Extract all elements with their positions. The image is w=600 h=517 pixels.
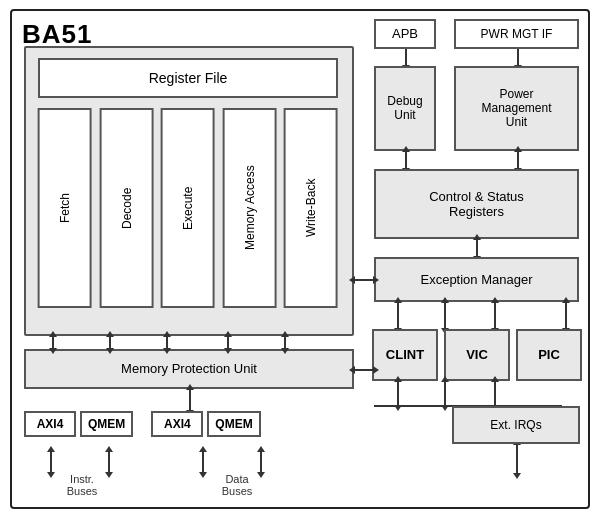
mpu-label: Memory Protection Unit [121,361,257,376]
arrow-instr-bus1 [50,451,52,473]
arrow-pmunit-csr [517,151,519,169]
clint-label: CLINT [386,347,424,362]
arrow-debug-csr [405,151,407,169]
pwr-mgt-if-box: PWR MGT IF [454,19,579,49]
ext-irqs-label: Ext. IRQs [490,418,541,432]
arrow-decode-mpu [109,336,111,349]
bus-qmem-data-label: QMEM [215,417,252,431]
arrow-instr-bus2 [108,451,110,473]
bus-qmem-instr: QMEM [80,411,133,437]
bus-qmem-instr-label: QMEM [88,417,125,431]
csr-box: Control & StatusRegisters [374,169,579,239]
ext-irqs-box: Ext. IRQs [452,406,580,444]
arrow-writeback-mpu [284,336,286,349]
arrow-memaccess-mpu [227,336,229,349]
csr-label: Control & StatusRegisters [429,189,524,219]
arrow-pipeline-right [354,279,374,281]
bus-axi4-instr: AXI4 [24,411,76,437]
pipeline-box: Register File Fetch Decode Execute Memor… [24,46,354,336]
main-diagram: BA51 Register File Fetch Decode Execute … [10,9,590,509]
data-buses-label: DataBuses [197,473,277,497]
arrow-pwr-pmunit [517,49,519,66]
pwr-mgt-if-label: PWR MGT IF [481,27,553,41]
arrow-csr-exc [476,239,478,257]
register-file-label: Register File [149,70,228,86]
bus-axi4-data-label: AXI4 [164,417,191,431]
stage-memory-access-label: Memory Access [243,165,257,250]
arrow-clint-exc [397,302,399,329]
arrow-vic-exc [444,302,446,329]
arrow-apb-debug [405,49,407,66]
arrow-mpu-bus [189,389,191,411]
mpu-box: Memory Protection Unit [24,349,354,389]
arrow-data-bus1 [202,451,204,473]
instr-buses-label: Instr.Buses [42,473,122,497]
arrow-extirqs-down [516,444,518,474]
power-mgmt-box: PowerManagementUnit [454,66,579,151]
stage-memory-access: Memory Access [223,108,277,308]
vic-label: VIC [466,347,488,362]
stage-write-back-label: Write-Back [304,178,318,236]
bus-qmem-data: QMEM [207,411,260,437]
apb-box: APB [374,19,436,49]
arrow-execute-mpu [166,336,168,349]
stage-execute-label: Execute [181,186,195,229]
bus-axi4-data: AXI4 [151,411,203,437]
bus-row: AXI4 QMEM AXI4 QMEM [24,411,354,437]
debug-unit-box: DebugUnit [374,66,436,151]
exception-manager-box: Exception Manager [374,257,579,302]
pic-box: PIC [516,329,582,381]
arrow-vic-down [444,381,446,406]
arrow-pic-down [494,381,496,406]
apb-label: APB [392,26,418,41]
stage-fetch: Fetch [38,108,92,308]
exception-manager-label: Exception Manager [420,272,532,287]
clint-box: CLINT [372,329,438,381]
arrow-mpu-exc [565,302,567,329]
debug-unit-label: DebugUnit [387,94,422,122]
pic-label: PIC [538,347,560,362]
stage-execute: Execute [161,108,215,308]
diagram-title: BA51 [22,19,92,50]
clint-vic-pic-row: CLINT VIC PIC [372,329,582,381]
stage-write-back: Write-Back [284,108,338,308]
stages-container: Fetch Decode Execute Memory Access Write… [38,108,338,308]
arrow-mpu-right [354,369,374,371]
arrow-clint-down [397,381,399,406]
power-mgmt-label: PowerManagementUnit [481,87,551,129]
register-file-box: Register File [38,58,338,98]
arrow-data-bus2 [260,451,262,473]
stage-fetch-label: Fetch [58,193,72,223]
arrow-pic-exc [494,302,496,329]
stage-decode: Decode [100,108,154,308]
bus-axi4-instr-label: AXI4 [37,417,64,431]
stage-decode-label: Decode [119,187,133,228]
arrow-fetch-mpu [52,336,54,349]
vic-box: VIC [444,329,510,381]
